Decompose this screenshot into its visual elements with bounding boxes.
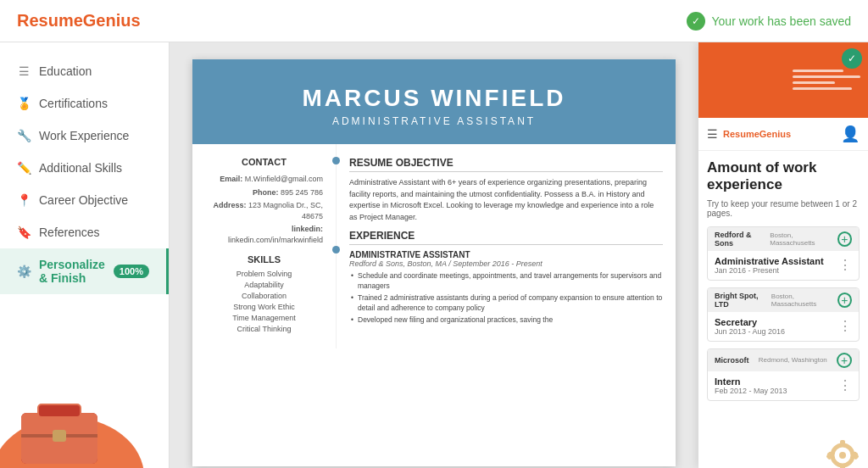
sidebar-item-label: References xyxy=(39,226,100,239)
sidebar-item-education[interactable]: ☰ Education xyxy=(0,55,169,87)
orange-lines xyxy=(793,66,860,93)
work-entry-job-title: Secretary xyxy=(715,317,785,327)
svg-rect-3 xyxy=(38,404,81,417)
save-status-text: Your work has been saved xyxy=(712,14,851,28)
exp-company: Redford & Sons, Boston, MA / September 2… xyxy=(349,259,663,268)
work-entry-header-2: Bright Spot, LTD Boston, Massachusetts + xyxy=(708,288,859,312)
work-entry-1: Redford & Sons Boston, Massachusetts + A… xyxy=(707,226,860,281)
logo-suffix: Genius xyxy=(83,11,141,30)
exp-job-title: ADMINISTRATIVE ASSISTANT xyxy=(349,250,663,259)
work-entry-dates: Jun 2013 - Aug 2016 xyxy=(715,327,785,336)
bullet-item: Schedule and coordinate meetings, appoin… xyxy=(349,271,663,292)
skills-section-title: SKILLS xyxy=(205,254,323,265)
objective-text: Administrative Assistant with 6+ years o… xyxy=(349,177,663,223)
panel-content: Amount of work experience Try to keep yo… xyxy=(698,151,868,416)
panel-heading: Amount of work experience xyxy=(707,159,860,194)
work-icon: 🔧 xyxy=(17,129,31,142)
work-entry-body-3: Intern Feb 2012 - May 2013 ⋮ xyxy=(708,371,859,400)
references-icon: 🔖 xyxy=(17,226,31,239)
skill-item: Collaboration xyxy=(205,292,323,300)
sidebar-item-label: Additional Skills xyxy=(39,161,122,175)
more-options-button[interactable]: ⋮ xyxy=(838,377,852,393)
skill-item: Time Management xyxy=(205,314,323,322)
work-entry-3: Microsoft Redmond, Washington + Intern F… xyxy=(707,348,860,401)
work-entry-body-1: Administrative Assistant Jan 2016 - Pres… xyxy=(708,251,859,280)
experience-title: EXPERIENCE xyxy=(349,230,663,245)
svg-rect-8 xyxy=(840,440,845,447)
logo-prefix: Resume xyxy=(17,11,83,30)
progress-badge: 100% xyxy=(114,265,149,278)
contact-section-title: CONTACT xyxy=(205,157,323,167)
skill-item: Critical Thinking xyxy=(205,325,323,333)
add-entry-button[interactable]: + xyxy=(837,292,852,308)
right-panel: ✓ ☰ ResumeGenius 👤 Amount of work experi… xyxy=(698,42,868,468)
sidebar-illustration xyxy=(0,366,170,468)
panel-header: ☰ ResumeGenius 👤 xyxy=(698,118,868,151)
objective-title: RESUME OBJECTIVE xyxy=(349,157,663,172)
sidebar-item-label: Personalize & Finish xyxy=(39,258,105,285)
user-icon[interactable]: 👤 xyxy=(841,125,860,143)
header: ResumeGenius ✓ Your work has been saved xyxy=(0,0,868,42)
resume-right-col: RESUME OBJECTIVE Administrative Assistan… xyxy=(337,144,676,348)
add-entry-button[interactable]: + xyxy=(837,353,852,368)
orange-preview-card: ✓ xyxy=(698,42,868,118)
more-options-button[interactable]: ⋮ xyxy=(838,318,852,334)
work-entry-job-title: Intern xyxy=(715,376,787,387)
bullet-item: Trained 2 administrative assistants duri… xyxy=(349,293,663,314)
sidebar-item-label: Certifications xyxy=(39,97,108,110)
sidebar-item-label: Work Experience xyxy=(39,129,129,142)
more-options-button[interactable]: ⋮ xyxy=(838,257,852,273)
logo: ResumeGenius xyxy=(17,11,141,31)
sidebar: ☰ Education 🏅 Certifications 🔧 Work Expe… xyxy=(0,42,170,468)
skill-item: Problem Solving xyxy=(205,270,323,278)
career-icon: 📍 xyxy=(17,193,31,207)
skill-item: Strong Work Ethic xyxy=(205,303,323,311)
work-entry-2: Bright Spot, LTD Boston, Massachusetts +… xyxy=(707,287,860,342)
resume-header: MARCUS WINFIELD ADMINISTRATIVE ASSISTANT xyxy=(192,59,676,144)
skill-item: Adaptability xyxy=(205,281,323,289)
save-status-bar: ✓ Your work has been saved xyxy=(687,12,851,31)
resume-paper: MARCUS WINFIELD ADMINISTRATIVE ASSISTANT… xyxy=(192,59,676,466)
skills-icon: ✏️ xyxy=(17,161,31,175)
section-dot xyxy=(332,157,340,164)
sidebar-item-work-experience[interactable]: 🔧 Work Experience xyxy=(0,120,169,152)
work-entry-job-title: Administrative Assistant xyxy=(715,256,824,266)
work-entry-header-1: Redford & Sons Boston, Massachusetts + xyxy=(708,227,859,251)
resume-name: MARCUS WINFIELD xyxy=(209,85,659,112)
svg-rect-5 xyxy=(53,430,66,442)
sidebar-item-career-objective[interactable]: 📍 Career Objective xyxy=(0,184,169,216)
resume-preview: MARCUS WINFIELD ADMINISTRATIVE ASSISTANT… xyxy=(170,42,698,468)
resume-body: CONTACT Email: M.Winfield@gmail.com Phon… xyxy=(192,144,676,348)
contact-phone: Phone: 895 245 786 xyxy=(205,187,323,198)
contact-email: Email: M.Winfield@gmail.com xyxy=(205,174,323,185)
gear-overlay xyxy=(800,400,868,468)
save-check-icon: ✓ xyxy=(687,12,705,31)
add-entry-button[interactable]: + xyxy=(837,231,852,247)
education-icon: ☰ xyxy=(17,64,31,78)
svg-rect-9 xyxy=(840,464,845,468)
resume-title: ADMINISTRATIVE ASSISTANT xyxy=(209,115,659,127)
panel-subtext: Try to keep your resume between 1 or 2 p… xyxy=(707,199,860,218)
section-dot xyxy=(332,246,340,254)
sidebar-item-additional-skills[interactable]: ✏️ Additional Skills xyxy=(0,152,169,184)
personalize-icon: ⚙️ xyxy=(17,265,31,278)
work-entry-dates: Jan 2016 - Present xyxy=(715,266,824,275)
main-content: MARCUS WINFIELD ADMINISTRATIVE ASSISTANT… xyxy=(170,42,868,468)
work-entry-body-2: Secretary Jun 2013 - Aug 2016 ⋮ xyxy=(708,312,859,341)
sidebar-item-references[interactable]: 🔖 References xyxy=(0,216,169,248)
sidebar-item-personalize-finish[interactable]: ⚙️ Personalize & Finish 100% xyxy=(0,248,169,294)
check-circle-icon: ✓ xyxy=(842,48,862,69)
bullet-item: Developed new filing and organizational … xyxy=(349,315,663,326)
sidebar-item-certifications[interactable]: 🏅 Certifications xyxy=(0,87,169,120)
contact-linkedin: linkedin: linkedin.com/in/markwinfield xyxy=(205,224,323,245)
hamburger-icon: ☰ xyxy=(707,127,718,141)
work-entry-dates: Feb 2012 - May 2013 xyxy=(715,387,787,395)
sidebar-item-label: Education xyxy=(39,64,92,78)
resume-left-col: CONTACT Email: M.Winfield@gmail.com Phon… xyxy=(192,144,337,348)
certifications-icon: 🏅 xyxy=(17,97,31,110)
sidebar-item-label: Career Objective xyxy=(39,193,128,207)
main-layout: ☰ Education 🏅 Certifications 🔧 Work Expe… xyxy=(0,42,868,468)
svg-point-7 xyxy=(839,452,846,459)
panel-logo: ResumeGenius xyxy=(723,129,791,139)
work-entry-header-3: Microsoft Redmond, Washington + xyxy=(708,349,859,371)
